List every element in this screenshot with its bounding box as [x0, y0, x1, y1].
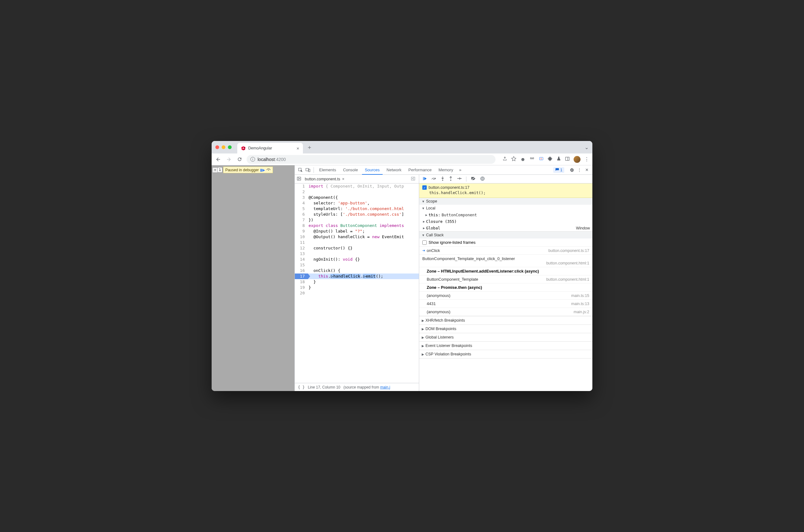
- callstack-section: ▼Call Stack Show ignore-listed frames ➔o…: [419, 232, 592, 316]
- paused-text: Paused in debugger: [225, 168, 259, 172]
- scope-section: ▼Scope ▼Local ▶this: ButtonComponent ▶Cl…: [419, 198, 592, 232]
- scope-local-header[interactable]: ▼Local: [419, 205, 592, 212]
- resume-button[interactable]: [422, 176, 427, 182]
- tab-memory[interactable]: Memory: [436, 166, 456, 174]
- tab-elements[interactable]: Elements: [317, 166, 339, 174]
- svg-rect-22: [483, 177, 484, 180]
- code-editor[interactable]: 1import { Component, OnInit, Input, Outp…: [295, 184, 419, 383]
- more-tabs-icon[interactable]: »: [457, 168, 463, 172]
- scope-global[interactable]: ▶GlobalWindow: [419, 225, 592, 231]
- debugger-pane: ✓ button.component.ts:17 this.handleClic…: [419, 175, 592, 391]
- inspect-element-icon[interactable]: [297, 168, 304, 173]
- sources-body: button.component.ts × 1import { Componen…: [295, 175, 592, 391]
- svg-rect-14: [423, 177, 424, 180]
- svg-point-16: [442, 179, 443, 180]
- traffic-lights: [215, 145, 232, 149]
- callstack-frame[interactable]: Zone – Promise.then (async): [419, 284, 592, 292]
- back-button[interactable]: [215, 157, 222, 162]
- window-titlebar: DemoAngular × ＋ ⌄: [212, 141, 592, 153]
- show-ignore-checkbox[interactable]: [422, 240, 427, 245]
- omnibox[interactable]: i localhost:4200: [247, 155, 496, 164]
- browser-tab[interactable]: DemoAngular ×: [237, 143, 303, 153]
- content: + 1 Paused in debugger ▮▶ Elements Conso…: [212, 165, 592, 391]
- dom-breakpoints-header[interactable]: ▶DOM Breakpoints: [419, 325, 592, 333]
- site-info-icon[interactable]: i: [250, 157, 255, 162]
- editor-statusbar: { } Line 17, Column 10 (source mapped fr…: [295, 383, 419, 391]
- step-icon[interactable]: [266, 168, 271, 172]
- callstack-frame[interactable]: Zone – HTMLInputElement.addEventListener…: [419, 267, 592, 276]
- deactivate-breakpoints-icon[interactable]: [471, 176, 476, 182]
- event-listener-breakpoints-header[interactable]: ▶Event Listener Breakpoints: [419, 342, 592, 350]
- bookmark-icon[interactable]: [511, 156, 516, 163]
- tab-network[interactable]: Network: [384, 166, 404, 174]
- tabs-dropdown-icon[interactable]: ⌄: [585, 145, 589, 150]
- scope-closure[interactable]: ▶Closure (355): [419, 218, 592, 225]
- callstack-frame[interactable]: (anonymous)main.ts:15: [419, 292, 592, 300]
- tab-performance[interactable]: Performance: [405, 166, 434, 174]
- scope-header[interactable]: ▼Scope: [419, 198, 592, 205]
- close-file-icon[interactable]: ×: [342, 177, 344, 181]
- separator: [313, 167, 314, 173]
- svg-text:G: G: [540, 157, 542, 160]
- pause-on-exceptions-icon[interactable]: [480, 176, 485, 182]
- forward-button[interactable]: [225, 157, 232, 162]
- step-over-icon[interactable]: [432, 176, 436, 182]
- overlay-plus-button[interactable]: +: [212, 167, 218, 173]
- breakpoint-hit: ✓ button.component.ts:17 this.handleClic…: [419, 184, 592, 198]
- close-tab-icon[interactable]: ×: [296, 146, 299, 151]
- debugger-overlay: + 1 Paused in debugger ▮▶: [212, 167, 273, 173]
- url-host: localhost:4200: [257, 157, 286, 162]
- reload-button[interactable]: [236, 157, 243, 162]
- share-icon[interactable]: [502, 156, 508, 163]
- callstack-frame[interactable]: ➔onClickbutton.component.ts:17: [419, 247, 592, 255]
- svg-point-20: [480, 176, 485, 180]
- pretty-print-button[interactable]: { }: [298, 385, 305, 390]
- callstack-frame[interactable]: (anonymous)main.js:2: [419, 308, 592, 316]
- tab-console[interactable]: Console: [340, 166, 361, 174]
- source-map-link[interactable]: main.j: [380, 385, 390, 390]
- callstack-frame[interactable]: 4431main.ts:13: [419, 300, 592, 308]
- snippets-icon[interactable]: [411, 176, 417, 182]
- breakpoint-checkbox[interactable]: ✓: [422, 185, 427, 190]
- devtools-panel: Elements Console Sources Network Perform…: [294, 165, 592, 391]
- overlay-index: 1: [217, 167, 222, 173]
- navigator-toggle-icon[interactable]: [296, 176, 303, 182]
- step-icon[interactable]: [457, 177, 462, 181]
- chrome-menu-icon[interactable]: ⋮: [584, 156, 589, 162]
- extension-icon[interactable]: ☻: [520, 157, 525, 162]
- new-tab-button[interactable]: ＋: [307, 144, 312, 151]
- svg-rect-21: [482, 177, 482, 180]
- profile-avatar[interactable]: [574, 156, 580, 163]
- callstack-frame[interactable]: ButtonComponent_Templatebutton.component…: [419, 276, 592, 284]
- xhr-breakpoints-header[interactable]: ▶XHR/fetch Breakpoints: [419, 316, 592, 324]
- side-panel-icon[interactable]: [565, 156, 570, 163]
- tab-title: DemoAngular: [248, 146, 272, 150]
- close-window-button[interactable]: [215, 145, 219, 149]
- editor-pane: button.component.ts × 1import { Componen…: [295, 175, 419, 391]
- callstack-header[interactable]: ▼Call Stack: [419, 232, 592, 239]
- extension-icon[interactable]: [529, 156, 535, 163]
- issues-button[interactable]: 1: [553, 167, 564, 173]
- minimize-window-button[interactable]: [222, 145, 225, 149]
- resume-icon[interactable]: ▮▶: [260, 168, 265, 172]
- settings-icon[interactable]: [569, 168, 575, 173]
- show-ignore-listed-toggle[interactable]: Show ignore-listed frames: [419, 239, 592, 247]
- callstack-frame[interactable]: ButtonComponent_Template_input_click_0_l…: [419, 255, 592, 267]
- zoom-window-button[interactable]: [228, 145, 232, 149]
- extension-icon[interactable]: G: [539, 156, 544, 163]
- step-out-icon[interactable]: [449, 176, 453, 182]
- devtools-tabbar: Elements Console Sources Network Perform…: [295, 165, 592, 175]
- device-toolbar-icon[interactable]: [305, 168, 311, 173]
- tab-sources[interactable]: Sources: [362, 166, 383, 175]
- labs-icon[interactable]: [556, 156, 561, 162]
- close-devtools-icon[interactable]: ✕: [583, 168, 590, 172]
- scope-this[interactable]: ▶this: ButtonComponent: [419, 212, 592, 218]
- step-into-icon[interactable]: [441, 176, 444, 182]
- extensions-menu-icon[interactable]: [548, 156, 553, 163]
- global-listeners-header[interactable]: ▶Global Listeners: [419, 333, 592, 341]
- csp-breakpoints-header[interactable]: ▶CSP Violation Breakpoints: [419, 350, 592, 358]
- devtools-menu-icon[interactable]: ⋮: [576, 168, 582, 172]
- source-map-info: (source mapped from main.j: [344, 385, 390, 390]
- angular-icon: [241, 146, 246, 151]
- file-tab[interactable]: button.component.ts ×: [303, 175, 346, 183]
